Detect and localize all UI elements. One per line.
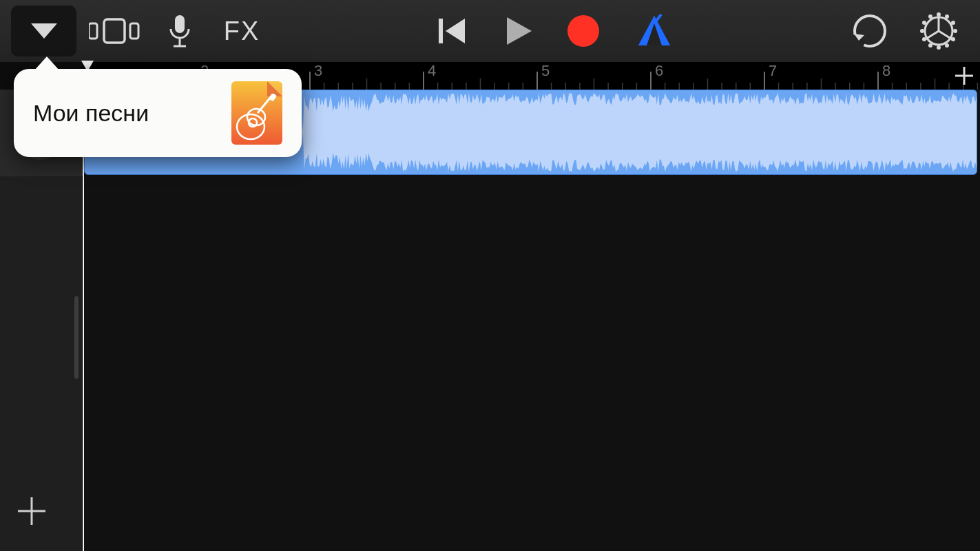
svg-text:8: 8 [882,62,890,79]
settings-button[interactable] [904,0,973,62]
plus-icon [954,65,974,86]
record-icon [566,14,601,48]
loop-icon [852,13,888,49]
my-songs-label: Мои песни [33,100,231,127]
garageband-document-icon [231,81,282,145]
my-songs-popover[interactable]: Мои песни [14,69,302,157]
add-track-button[interactable] [17,495,47,532]
svg-point-32 [920,29,924,33]
svg-marker-8 [446,19,465,43]
svg-rect-3 [130,23,138,39]
svg-point-28 [945,43,949,48]
svg-rect-4 [175,15,185,33]
songs-menu-button[interactable] [11,6,76,56]
svg-text:5: 5 [541,62,550,79]
svg-point-27 [951,37,955,41]
svg-text:6: 6 [655,62,663,79]
svg-point-30 [928,43,932,48]
sidebar-resize-handle[interactable] [74,296,79,379]
fx-label: FX [224,17,260,46]
svg-point-10 [567,15,599,47]
svg-text:3: 3 [314,62,322,79]
svg-marker-0 [31,23,57,39]
add-section-button[interactable] [954,65,974,92]
svg-point-25 [951,21,955,25]
plus-icon [17,496,47,526]
svg-point-34 [928,14,932,19]
svg-text:4: 4 [428,62,436,79]
tracks-area[interactable] [83,90,980,551]
svg-rect-7 [439,19,443,43]
metronome-button[interactable] [616,0,692,62]
gear-icon [920,12,957,50]
tracks-view-button[interactable] [76,0,152,62]
fx-button[interactable]: FX [207,0,276,62]
svg-rect-2 [104,19,125,43]
chevron-down-icon [30,22,59,40]
svg-rect-123 [269,94,277,101]
svg-point-23 [937,12,941,17]
loop-browser-button[interactable] [835,0,904,62]
workarea [0,90,980,551]
microphone-icon [168,14,191,48]
play-button[interactable] [486,0,551,62]
tracks-view-icon [89,17,140,45]
play-icon [503,14,533,48]
svg-point-24 [945,14,949,19]
toolbar: FX [0,0,980,62]
go-to-start-button[interactable] [420,0,486,62]
svg-text:7: 7 [769,62,777,79]
svg-point-31 [922,37,926,41]
svg-rect-1 [89,23,97,39]
microphone-button[interactable] [152,0,207,62]
go-to-start-icon [437,16,468,46]
svg-line-122 [258,96,271,113]
svg-point-26 [953,29,957,33]
svg-point-33 [922,21,926,25]
playhead-line[interactable] [83,90,84,551]
svg-point-29 [937,45,941,50]
record-button[interactable] [551,0,616,62]
metronome-icon [636,14,673,48]
svg-marker-9 [507,17,532,45]
